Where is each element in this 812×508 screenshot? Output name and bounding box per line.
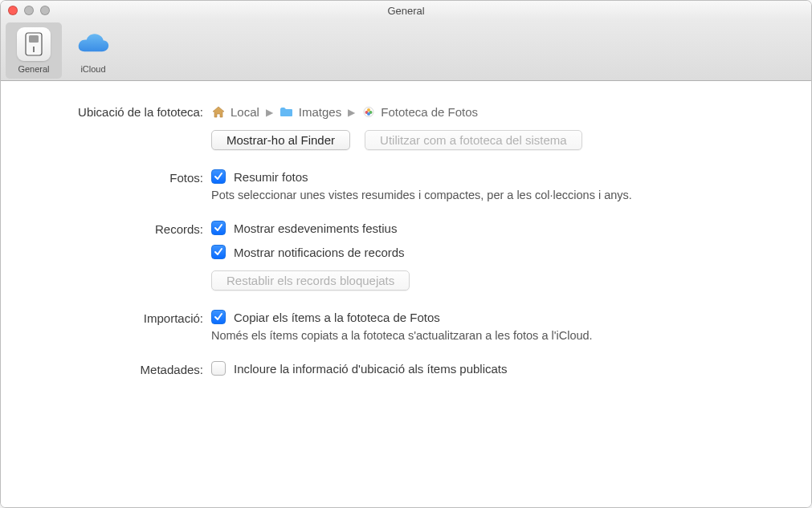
show-memories-notifications-label: Mostrar notificacions de records: [234, 246, 405, 259]
zoom-button[interactable]: [40, 6, 50, 15]
chevron-right-icon: ▶: [348, 107, 355, 118]
row-library-location: Ubicació de la fototeca: Local ▶ Imatges…: [18, 104, 794, 150]
crumb-local: Local: [231, 105, 259, 119]
show-holiday-events-checkbox[interactable]: [211, 221, 226, 235]
toolbar: General iCloud: [1, 20, 811, 81]
cloud-icon: [76, 27, 110, 61]
label-metadata: Metadades:: [18, 361, 211, 376]
preferences-window: General General: [0, 0, 812, 508]
include-location-label: Incloure la informació d'ubicació als ít…: [234, 362, 508, 376]
tab-icloud-label: iCloud: [80, 64, 105, 74]
folder-icon: [280, 106, 294, 119]
copy-items-checkbox[interactable]: [211, 310, 226, 324]
tab-general-label: General: [18, 64, 49, 74]
show-memories-notifications-checkbox[interactable]: [211, 245, 226, 259]
summarize-photos-label: Resumir fotos: [234, 170, 308, 184]
use-system-library-button[interactable]: Utilitzar com a fototeca del sistema: [365, 130, 582, 150]
svg-rect-1: [29, 35, 39, 43]
row-metadata: Metadades: Incloure la informació d'ubic…: [18, 361, 794, 376]
tab-general[interactable]: General: [6, 22, 62, 79]
label-records: Records:: [18, 221, 211, 236]
reset-blocked-memories-button[interactable]: Restablir els records bloquejats: [211, 270, 410, 291]
include-location-checkbox[interactable]: [211, 361, 226, 376]
traffic-lights: [8, 6, 50, 15]
summarize-photos-checkbox[interactable]: [211, 169, 226, 184]
svg-point-7: [367, 112, 370, 116]
row-records: Records: Mostrar esdeveniments festius M…: [18, 221, 794, 291]
photos-icon: [361, 106, 376, 119]
content-pane: Ubicació de la fototeca: Local ▶ Imatges…: [1, 81, 811, 507]
window-title: General: [1, 5, 811, 17]
copy-items-label: Copiar els ítems a la fototeca de Fotos: [234, 311, 440, 324]
show-in-finder-button[interactable]: Mostrar-ho al Finder: [211, 130, 350, 150]
titlebar: General: [1, 1, 811, 20]
close-button[interactable]: [8, 6, 18, 15]
row-photos: Fotos: Resumir fotos Pots seleccionar un…: [18, 169, 794, 201]
summarize-photos-desc: Pots seleccionar unes vistes resumides i…: [211, 189, 794, 201]
copy-items-desc: Només els ítems copiats a la fototeca s'…: [211, 329, 794, 342]
label-library-location: Ubicació de la fototeca:: [18, 104, 211, 119]
row-import: Importació: Copiar els ítems a la fotote…: [18, 310, 794, 342]
crumb-fototeca: Fototeca de Fotos: [381, 105, 478, 119]
minimize-button[interactable]: [24, 6, 34, 15]
label-photos: Fotos:: [18, 169, 211, 185]
tab-icloud[interactable]: iCloud: [65, 22, 121, 79]
crumb-images: Imatges: [299, 105, 341, 119]
label-import: Importació:: [18, 310, 211, 325]
switch-icon: [17, 27, 51, 61]
chevron-right-icon: ▶: [266, 107, 273, 118]
home-icon: [211, 106, 226, 119]
show-holiday-events-label: Mostrar esdeveniments festius: [234, 221, 397, 235]
breadcrumb: Local ▶ Imatges ▶ Fototeca de Fotos: [211, 104, 794, 119]
